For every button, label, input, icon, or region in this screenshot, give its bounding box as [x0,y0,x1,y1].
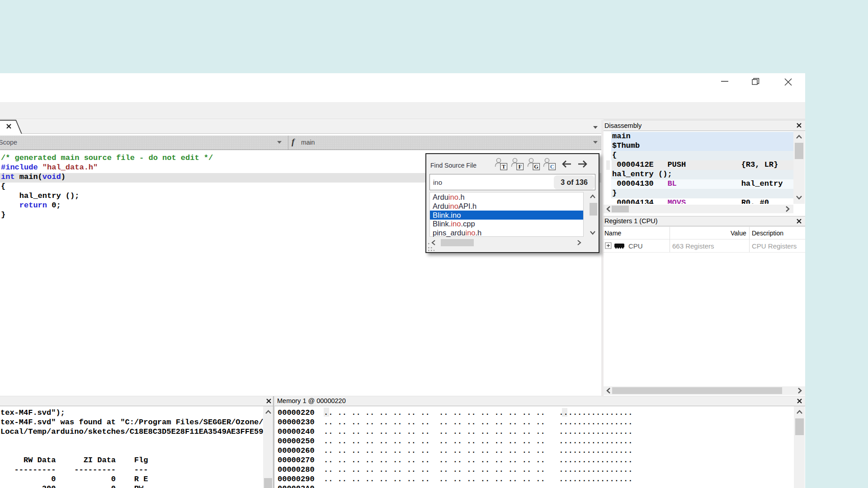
svg-text:F: F [518,164,522,170]
svg-text:T: T [502,164,506,170]
svg-text:G: G [534,164,538,170]
svg-text:C: C [550,164,554,170]
